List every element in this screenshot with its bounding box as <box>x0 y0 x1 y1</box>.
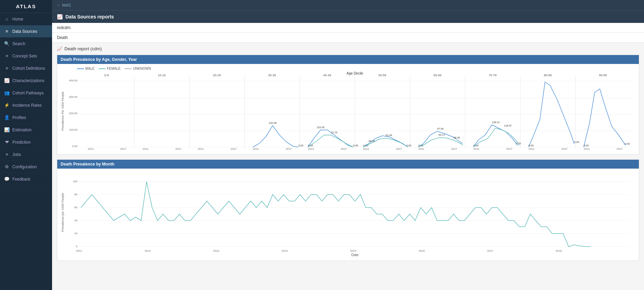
prediction-icon: ❤ <box>4 140 10 145</box>
svg-text:116.07: 116.07 <box>504 124 512 127</box>
svg-text:0-9: 0-9 <box>104 74 109 77</box>
svg-text:2017: 2017 <box>561 147 568 150</box>
app-title: ATLAS <box>0 0 52 13</box>
svg-text:80: 80 <box>74 193 77 196</box>
svg-text:2017: 2017 <box>231 147 237 150</box>
svg-text:20-29: 20-29 <box>213 74 221 77</box>
char-icon: 📈 <box>4 78 10 83</box>
svg-text:2017: 2017 <box>506 147 512 150</box>
sidebar-item-configuration[interactable]: ⚙ Configuration <box>0 161 52 173</box>
chart1-header: Death Prevalence by Age, Gender, Year <box>57 55 639 64</box>
sidebar-item-home[interactable]: ⌂ Home <box>0 13 52 25</box>
source-filter: redcdm <box>52 23 644 33</box>
sidebar-item-estimation[interactable]: 📊 Estimation <box>0 124 52 136</box>
svg-text:2011: 2011 <box>76 249 82 252</box>
sidebar-item-concept-sets[interactable]: ≡ Concept Sets <box>0 50 52 62</box>
svg-text:0.00: 0.00 <box>584 144 589 147</box>
sidebar-item-incidence-rates[interactable]: ⚡ Incidence Rates <box>0 99 52 111</box>
svg-text:2017: 2017 <box>286 147 292 150</box>
sidebar-item-label: Home <box>12 17 23 22</box>
sidebar-item-label: Characterizations <box>12 78 44 83</box>
profiles-icon: 👤 <box>4 115 10 120</box>
svg-text:2011: 2011 <box>363 147 369 150</box>
svg-text:2016: 2016 <box>419 249 425 252</box>
svg-text:55.17: 55.17 <box>438 133 445 136</box>
svg-text:2011: 2011 <box>584 147 590 150</box>
svg-text:2015: 2015 <box>350 249 356 252</box>
breadcrumb-bar: ← test1 <box>52 0 644 10</box>
concept-sets-icon: ≡ <box>4 53 10 58</box>
legend-male-label: MALE <box>85 67 95 70</box>
sidebar-item-label: Jobs <box>12 152 21 157</box>
svg-text:2017: 2017 <box>120 147 126 150</box>
database-icon: ≡ <box>4 29 10 34</box>
chart1-legend: MALE FEMALE UNKNOWN <box>77 67 636 70</box>
svg-text:2013: 2013 <box>213 249 219 252</box>
svg-text:60-69: 60-69 <box>433 74 441 77</box>
sidebar-item-label: Incidence Rates <box>12 103 42 108</box>
sidebar-item-label: Prediction <box>12 140 30 145</box>
legend-female-label: FEMALE <box>107 67 121 70</box>
svg-text:2011: 2011 <box>308 147 314 150</box>
estimation-icon: 📊 <box>4 127 10 132</box>
svg-text:2018: 2018 <box>556 249 562 252</box>
svg-text:2011: 2011 <box>143 147 149 150</box>
svg-text:Prevalence per 1000 People: Prevalence per 1000 People <box>61 193 64 232</box>
svg-text:2017: 2017 <box>396 147 402 150</box>
svg-text:0.00: 0.00 <box>298 144 304 147</box>
svg-text:0.00: 0.00 <box>353 144 358 147</box>
svg-text:56.09: 56.09 <box>454 136 460 139</box>
svg-text:61.54: 61.54 <box>386 134 392 137</box>
sidebar-item-cohort-pathways[interactable]: 👥 Cohort Pathways <box>0 87 52 99</box>
svg-text:300.00: 300.00 <box>69 95 78 98</box>
back-link[interactable]: ← test1 <box>57 3 71 8</box>
svg-text:2011: 2011 <box>418 147 424 150</box>
svg-text:0.00: 0.00 <box>516 142 521 145</box>
svg-text:Age Decile: Age Decile <box>347 72 363 75</box>
sidebar-item-label: Feedback <box>12 177 30 182</box>
svg-text:2017: 2017 <box>487 249 493 252</box>
svg-text:90-99: 90-99 <box>599 74 607 77</box>
report-filter: Death <box>52 33 644 43</box>
main-panel: ← test1 📈 Data Sources reports redcdm De… <box>52 0 644 290</box>
svg-text:200.00: 200.00 <box>69 112 78 115</box>
sidebar-item-label: Cohort Definitions <box>12 66 45 71</box>
svg-text:2017: 2017 <box>341 147 347 150</box>
svg-text:Date: Date <box>351 253 359 257</box>
content-area: redcdm Death 📈 Death report (cdm) Death … <box>52 23 644 290</box>
sidebar-item-label: Cohort Pathways <box>12 91 44 95</box>
page-title: Data Sources reports <box>65 14 114 19</box>
sidebar-item-characterizations[interactable]: 📈 Characterizations <box>0 75 52 87</box>
svg-text:100.00: 100.00 <box>69 128 78 131</box>
svg-text:2012: 2012 <box>145 249 151 252</box>
jobs-icon: ≡ <box>4 152 10 157</box>
report-icon: 📈 <box>57 46 62 51</box>
chart2-body: Prevalence per 1000 People 0 20 40 60 80… <box>57 169 639 261</box>
sidebar-item-label: Data Sources <box>12 29 37 34</box>
svg-text:0.00: 0.00 <box>72 145 77 148</box>
page-header: 📈 Data Sources reports <box>52 10 644 23</box>
search-icon: 🔍 <box>4 41 10 46</box>
sidebar-item-jobs[interactable]: ≡ Jobs <box>0 148 52 161</box>
svg-text:0.00: 0.00 <box>529 144 534 147</box>
sidebar-item-profiles[interactable]: 👤 Profiles <box>0 111 52 124</box>
pathways-icon: 👥 <box>4 90 10 95</box>
sidebar-item-label: Concept Sets <box>12 54 37 58</box>
svg-text:100: 100 <box>73 180 78 183</box>
sidebar-item-search[interactable]: 🔍 Search <box>0 38 52 50</box>
sidebar-item-data-sources[interactable]: ≡ Data Sources <box>0 25 52 38</box>
legend-unknown-label: UNKNOWN <box>133 67 151 70</box>
sidebar-item-label: Search <box>12 41 25 46</box>
config-icon: ⚙ <box>4 164 10 169</box>
svg-text:60: 60 <box>74 206 77 209</box>
feedback-icon: 💬 <box>4 176 10 182</box>
sidebar-item-prediction[interactable]: ❤ Prediction <box>0 136 52 148</box>
svg-text:Prevalence Per 1000 People: Prevalence Per 1000 People <box>61 92 64 131</box>
svg-text:40: 40 <box>74 219 77 222</box>
chart-age-gender-year: Death Prevalence by Age, Gender, Year MA… <box>57 55 639 155</box>
sidebar-item-cohort-definitions[interactable]: ≡ Cohort Definitions <box>0 62 52 75</box>
svg-text:2011: 2011 <box>473 147 480 150</box>
sidebar-item-feedback[interactable]: 💬 Feedback <box>0 173 52 185</box>
svg-text:103.45: 103.45 <box>317 126 325 129</box>
sidebar: ATLAS ⌂ Home ≡ Data Sources 🔍 Search ≡ C… <box>0 0 52 290</box>
